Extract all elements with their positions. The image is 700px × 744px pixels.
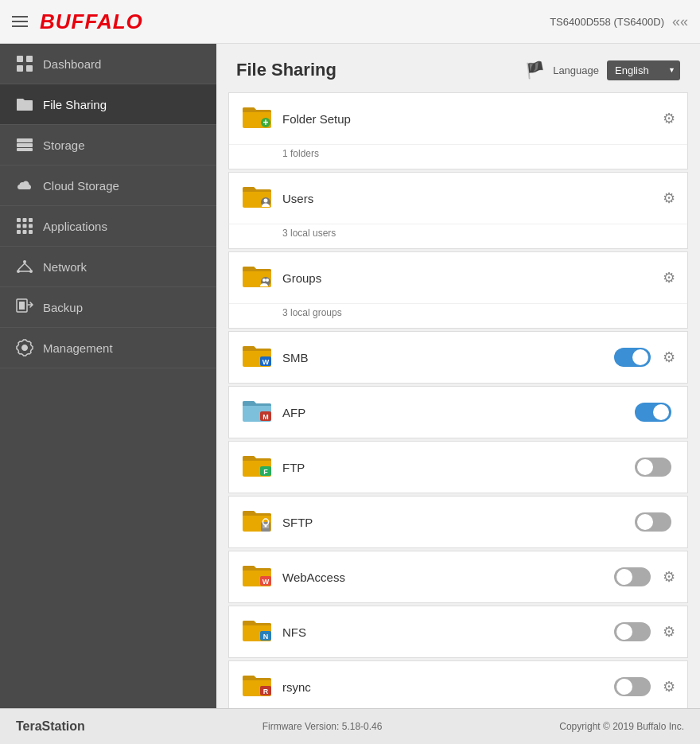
sidebar-item-backup[interactable]: Backup [0, 287, 216, 328]
svg-rect-14 [23, 230, 27, 234]
toggle-webaccess[interactable] [614, 567, 651, 586]
card-icon-afp: M [241, 396, 273, 428]
toggle-thumb-smb [632, 349, 648, 365]
card-row-sftp: SFTP [229, 497, 687, 547]
toggle-nfs[interactable] [614, 622, 651, 641]
card-row-rsync: R rsync⚙ [229, 661, 687, 708]
svg-rect-15 [29, 230, 33, 234]
gear-button-rsync[interactable]: ⚙ [663, 678, 675, 695]
svg-rect-13 [17, 230, 21, 234]
sidebar-label-dashboard: Dashboard [43, 57, 101, 71]
sidebar-item-applications[interactable]: Applications [0, 206, 216, 247]
gear-button-users[interactable]: ⚙ [663, 189, 675, 207]
svg-line-19 [18, 263, 25, 270]
language-select[interactable]: English Japanese German French [607, 60, 680, 80]
svg-rect-9 [29, 218, 33, 222]
svg-rect-23 [19, 302, 25, 310]
sidebar-item-storage[interactable]: Storage [0, 125, 216, 166]
toggle-thumb-ftp [637, 459, 653, 475]
header-right: TS6400D558 (TS6400D) «« [550, 14, 688, 30]
svg-text:M: M [262, 413, 269, 421]
cards-container: + Folder Setup⚙1 folders Users⚙3 local u… [216, 92, 700, 708]
card-icon-folder-setup: + [241, 103, 273, 134]
card-icon-users [241, 182, 273, 214]
card-sub-users: 3 local users [229, 224, 687, 248]
card-name-sftp: SFTP [282, 516, 635, 529]
gear-button-webaccess[interactable]: ⚙ [663, 568, 675, 586]
svg-line-20 [25, 263, 31, 270]
language-section: 🏴 Language English Japanese German Frenc… [525, 60, 680, 80]
card-name-smb: SMB [282, 351, 614, 364]
toggle-rsync[interactable] [614, 677, 651, 696]
sidebar-label-file-sharing: File Sharing [43, 98, 107, 111]
sidebar-item-dashboard[interactable]: Dashboard [0, 44, 216, 84]
sidebar-item-network[interactable]: Network [0, 247, 216, 287]
card-row-groups: Groups⚙ [229, 252, 687, 303]
folder-icon [16, 95, 33, 113]
card-icon-sftp [241, 506, 273, 538]
main-layout: Dashboard File Sharing Storage [0, 44, 700, 708]
card-name-groups: Groups [282, 271, 655, 285]
svg-rect-10 [17, 224, 21, 228]
svg-text:F: F [263, 468, 268, 476]
svg-text:N: N [263, 633, 269, 641]
gear-button-nfs[interactable]: ⚙ [663, 623, 675, 641]
card-row-afp: M AFP [229, 387, 687, 438]
footer-copyright: Copyright © 2019 Buffalo Inc. [559, 721, 684, 732]
svg-rect-7 [17, 218, 21, 222]
language-wrapper: English Japanese German French [607, 60, 680, 80]
card-name-afp: AFP [282, 406, 635, 419]
card-name-rsync: rsync [282, 680, 614, 694]
card-afp: M AFP [228, 386, 688, 438]
card-row-ftp: F FTP [229, 442, 687, 493]
svg-text:W: W [262, 358, 270, 366]
svg-text:R: R [263, 688, 269, 695]
gear-button-groups[interactable]: ⚙ [663, 269, 675, 286]
card-name-ftp: FTP [282, 461, 635, 474]
sidebar-label-network: Network [43, 260, 87, 274]
card-icon-rsync: R [241, 671, 273, 703]
backup-icon [16, 298, 33, 316]
logo: BUFFALO [40, 10, 143, 34]
card-row-smb: W SMB⚙ [229, 332, 687, 383]
card-icon-smb: W [241, 341, 273, 373]
toggle-thumb-afp [653, 404, 669, 420]
card-name-webaccess: WebAccess [282, 571, 614, 584]
svg-rect-3 [26, 65, 33, 72]
sidebar-item-management[interactable]: Management [0, 328, 216, 368]
collapse-button[interactable]: «« [672, 14, 688, 30]
toggle-ftp[interactable] [635, 458, 671, 477]
card-row-folder-setup: + Folder Setup⚙ [229, 93, 687, 144]
svg-rect-11 [23, 224, 27, 228]
card-users: Users⚙3 local users [228, 172, 688, 249]
sidebar-label-backup: Backup [43, 301, 83, 314]
toggle-thumb-webaccess [616, 569, 632, 585]
device-name: TS6400D558 (TS6400D) [550, 16, 664, 28]
header: BUFFALO TS6400D558 (TS6400D) «« [0, 0, 700, 44]
card-webaccess: W WebAccess⚙ [228, 551, 688, 603]
hamburger-menu[interactable] [12, 16, 28, 27]
sidebar-item-cloud-storage[interactable]: Cloud Storage [0, 166, 216, 206]
card-smb: W SMB⚙ [228, 331, 688, 384]
toggle-thumb-sftp [637, 514, 653, 530]
sidebar-item-file-sharing[interactable]: File Sharing [0, 84, 216, 125]
gear-button-folder-setup[interactable]: ⚙ [663, 110, 675, 127]
toggle-afp[interactable] [635, 403, 671, 422]
toggle-sftp[interactable] [635, 512, 671, 532]
svg-rect-6 [17, 148, 33, 151]
svg-rect-12 [29, 224, 33, 228]
page-title: File Sharing [236, 60, 336, 80]
gear-button-smb[interactable]: ⚙ [663, 349, 675, 366]
sidebar: Dashboard File Sharing Storage [0, 44, 216, 708]
svg-rect-0 [17, 56, 23, 62]
toggle-smb[interactable] [614, 348, 651, 367]
svg-text:W: W [262, 578, 270, 586]
header-left: BUFFALO [12, 10, 143, 34]
card-groups: Groups⚙3 local groups [228, 251, 688, 329]
footer: TeraStation Firmware Version: 5.18-0.46 … [0, 708, 700, 744]
card-name-users: Users [282, 192, 655, 205]
card-row-nfs: N NFS⚙ [229, 606, 687, 657]
sidebar-label-cloud-storage: Cloud Storage [43, 179, 119, 193]
card-sub-groups: 3 local groups [229, 303, 687, 328]
footer-firmware: Firmware Version: 5.18-0.46 [262, 721, 383, 732]
